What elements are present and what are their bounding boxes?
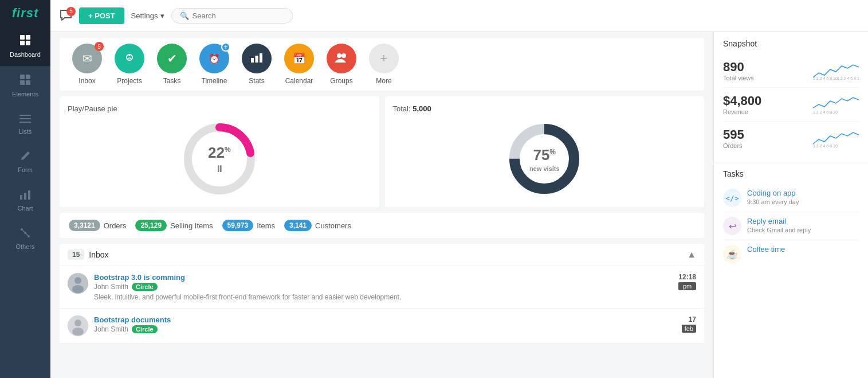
nav-item-tasks[interactable]: ✔ Tasks xyxy=(154,44,190,85)
svg-point-31 xyxy=(74,277,81,284)
nav-item-inbox[interactable]: ✉ 5 Inbox xyxy=(69,44,105,85)
task-coffee-name[interactable]: Coffee time xyxy=(747,245,859,254)
svg-rect-13 xyxy=(28,190,30,200)
time-period-1: pm xyxy=(678,282,696,290)
avatar-1 xyxy=(68,273,88,294)
snapshot-row-revenue: $4,800 Revenue 1 2 2 4 6 8 10 xyxy=(723,88,859,122)
inbox-collapse-button[interactable]: ▲ xyxy=(687,250,696,260)
task-coding-body: Coding on app 9:30 am every day xyxy=(747,189,859,205)
search-input[interactable] xyxy=(193,11,284,20)
sidebar-item-dashboard[interactable]: Dashboard xyxy=(0,26,50,66)
middle-panel: ✉ 5 Inbox xyxy=(50,32,713,378)
inbox-item: Bootstrap 3.0 is comming John Smith Circ… xyxy=(60,266,704,309)
sparkline-revenue: 1 2 2 4 6 8 10 xyxy=(813,95,859,114)
customers-badge: 3,141 xyxy=(284,220,312,231)
sidebar-item-label: Chart xyxy=(18,205,33,212)
svg-rect-1 xyxy=(26,35,30,40)
notifications-button[interactable]: 5 xyxy=(60,9,72,23)
nav-item-timeline[interactable]: ⏰ + Timeline xyxy=(196,44,233,85)
inbox-time-2: 17 feb xyxy=(682,315,696,333)
groups-label: Groups xyxy=(330,77,352,85)
task-reply-name[interactable]: Reply email xyxy=(747,217,859,225)
task-coding-icon: </> xyxy=(723,189,741,207)
svg-text:1 2 2 4 6 8 10: 1 2 2 4 6 8 10 xyxy=(813,76,838,80)
app-logo[interactable]: first xyxy=(0,0,50,26)
customers-label: Customers xyxy=(315,221,351,230)
svg-rect-7 xyxy=(26,80,30,85)
snapshot-orders-label: Orders xyxy=(723,142,744,149)
nav-item-more[interactable]: + More xyxy=(366,44,402,85)
nav-item-groups[interactable]: Groups xyxy=(323,44,360,85)
sidebar-item-label: Elements xyxy=(12,91,38,98)
svg-rect-21 xyxy=(251,58,254,63)
inbox-tag-2: Circle xyxy=(132,325,158,333)
sidebar-item-form[interactable]: Form xyxy=(0,143,50,181)
pie-chart-title: Play/Pause pie xyxy=(68,104,117,113)
task-reply-body: Reply email Check Gmail and reply xyxy=(747,217,859,233)
svg-line-17 xyxy=(22,230,24,232)
svg-point-14 xyxy=(24,232,26,234)
nav-item-projects[interactable]: Projects xyxy=(111,44,148,85)
task-reply-sub: Check Gmail and reply xyxy=(747,227,859,233)
pie-label: 22% ⏸ xyxy=(208,144,231,174)
items-badge: 59,973 xyxy=(222,220,254,231)
svg-rect-10 xyxy=(19,122,31,123)
svg-rect-3 xyxy=(26,41,30,45)
snapshot-row-views: 890 Total views 1 2 2 4 6 8 10 1 2 2 4 6… xyxy=(723,54,859,88)
sidebar-item-label: Lists xyxy=(19,128,32,135)
svg-rect-23 xyxy=(260,53,262,63)
svg-rect-5 xyxy=(26,75,30,79)
inbox-item-2: Bootstrap documents John Smith Circle 17… xyxy=(60,309,704,344)
avatar-image xyxy=(68,273,88,294)
inbox-subject-1[interactable]: Bootstrap 3.0 is comming xyxy=(94,273,673,282)
inbox-subject-2[interactable]: Bootstrap documents xyxy=(94,315,676,324)
snapshot-revenue-value: $4,800 xyxy=(723,93,761,108)
donut-chart[interactable]: 75% new visits xyxy=(504,119,584,199)
inbox-time-1: 12:18 pm xyxy=(678,273,696,290)
pie-chart[interactable]: 22% ⏸ xyxy=(179,119,260,199)
selling-badge: 25,129 xyxy=(135,220,167,231)
sidebar-item-others[interactable]: Others xyxy=(0,220,50,258)
snapshot-revenue-info: $4,800 Revenue xyxy=(723,93,761,115)
inbox-header: 15 Inbox ▲ xyxy=(60,244,704,266)
inbox-meta-2: John Smith Circle xyxy=(94,325,676,333)
dashboard-icon xyxy=(19,34,31,49)
task-coffee: ☕ Coffee time xyxy=(723,240,859,268)
time-period-2: feb xyxy=(682,325,696,333)
settings-button[interactable]: Settings ▾ xyxy=(131,11,164,20)
svg-text:1 2 2 4 6 8 10: 1 2 2 4 6 8 10 xyxy=(837,76,859,80)
sidebar-item-elements[interactable]: Elements xyxy=(0,66,50,106)
charts-row: Play/Pause pie 22% ⏸ xyxy=(60,96,704,207)
inbox-circle: ✉ 5 xyxy=(72,44,102,73)
nav-item-calendar[interactable]: 📅 Calendar xyxy=(281,44,317,85)
search-icon: 🔍 xyxy=(180,11,189,20)
sidebar-item-label: Dashboard xyxy=(10,51,41,58)
pause-icon: ⏸ xyxy=(215,164,224,174)
svg-point-15 xyxy=(21,228,23,231)
inbox-section: 15 Inbox ▲ Bootstrap 3. xyxy=(60,244,704,344)
task-coding-sub: 9:30 am every day xyxy=(747,198,859,205)
task-reply: ↩ Reply email Check Gmail and reply xyxy=(723,212,859,240)
sidebar-item-lists[interactable]: Lists xyxy=(0,106,50,143)
svg-rect-22 xyxy=(256,56,258,63)
inbox-count: 15 xyxy=(68,250,84,260)
svg-line-18 xyxy=(26,233,28,235)
tasks-icon: ✔ xyxy=(167,52,177,65)
search-box[interactable]: 🔍 xyxy=(171,8,293,24)
sparkline-orders: 1 2 2 4 6 8 10 xyxy=(813,129,859,147)
nav-item-stats[interactable]: Stats xyxy=(238,44,275,85)
others-icon xyxy=(20,228,30,241)
chevron-down-icon: ▾ xyxy=(160,11,164,20)
post-button[interactable]: + POST xyxy=(79,7,124,24)
svg-rect-9 xyxy=(19,118,31,119)
avatar-image-2 xyxy=(68,315,88,336)
donut-chart-title: Total: 5,000 xyxy=(393,104,431,113)
svg-rect-2 xyxy=(20,41,25,45)
timeline-label: Timeline xyxy=(202,77,227,85)
sidebar-item-chart[interactable]: Chart xyxy=(0,181,50,220)
chart-icon xyxy=(19,189,31,202)
svg-text:1 2 2 4 6 8 10: 1 2 2 4 6 8 10 xyxy=(813,144,838,147)
task-coding-name[interactable]: Coding on app xyxy=(747,189,859,197)
main-content: 5 + POST Settings ▾ 🔍 ✉ 5 Inbox xyxy=(50,0,868,378)
tasks-section: Tasks </> Coding on app 9:30 am every da… xyxy=(714,162,868,275)
